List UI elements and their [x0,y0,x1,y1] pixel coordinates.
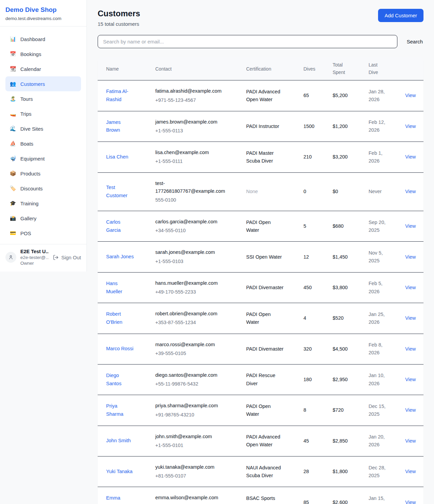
customer-name-link[interactable]: Emma Wilson [106,494,134,504]
search-input[interactable] [98,35,397,48]
shop-domain: demo.test.divestreams.com [5,16,81,21]
certification: SSI Open Water [246,253,282,261]
table-row: Sarah Jones sarah.jones@example.com +1-5… [98,242,423,272]
view-link[interactable]: View [405,189,416,194]
customer-phone: +971-55-123-4567 [155,96,242,104]
customer-email: yuki.tanaka@example.com [155,463,227,471]
sidebar-item-products[interactable]: 📦 Products [5,166,81,181]
sidebar-item-gallery[interactable]: 📸 Gallery [5,211,81,226]
table-row: John Smith john.smith@example.com +1-555… [98,426,423,456]
main-content: Customers 15 total customers Add Custome… [87,0,434,504]
customer-phone: +1-555-0113 [155,127,242,135]
customer-email: priya.sharma@example.com [155,402,227,410]
table-row: Lisa Chen lisa.chen@example.com +1-555-0… [98,142,423,172]
view-link[interactable]: View [405,285,416,290]
view-link[interactable]: View [405,377,416,382]
customer-phone: +1-555-0101 [155,442,242,449]
user-meta: E2E Test U... e2e-tester@... Owner [20,249,49,266]
total-spent: $5,200 [333,93,348,98]
sidebar-item-label: Gallery [20,216,37,221]
sidebar-item-equipment[interactable]: 🤿 Equipment [5,151,81,166]
customer-name-link[interactable]: Test Customer [106,184,134,200]
col-header-last-dive: Last Dive [369,57,405,80]
total-spent: $1,800 [333,469,348,474]
view-link[interactable]: View [405,223,416,229]
nav-icon: 📅 [9,51,16,57]
customer-name-link[interactable]: James Brown [106,118,134,135]
dives-count: 5 [303,223,306,229]
sidebar-item-pos[interactable]: 💳 POS [5,226,81,241]
view-link[interactable]: View [405,93,416,98]
total-spent: $3,200 [333,154,348,160]
view-link[interactable]: View [405,254,416,260]
sidebar-item-label: Training [20,201,39,206]
customer-email: hans.mueller@example.com [155,279,227,287]
sidebar-item-dashboard[interactable]: 📊 Dashboard [5,32,81,46]
user-role: Owner [20,261,49,266]
nav-icon: 💳 [9,230,16,236]
brand: Demo Dive Shop demo.test.divestreams.com [0,0,86,26]
total-spent: $0 [333,189,338,194]
page-title: Customers [98,9,140,18]
customers-table-card: Name Contact Certification Dives Total S… [98,57,423,504]
customer-email: sarah.jones@example.com [155,248,227,256]
customer-name-link[interactable]: Diego Santos [106,372,134,388]
sidebar-item-dive-sites[interactable]: 🌊 Dive Sites [5,121,81,136]
col-header-dives: Dives [303,57,333,80]
certification: PADI Divemaster [246,345,283,353]
sidebar-item-label: Products [20,171,40,176]
customer-name-link[interactable]: Sarah Jones [106,253,134,261]
search-bar: Search [98,35,423,48]
customer-name-link[interactable]: John Smith [106,437,131,445]
view-link[interactable]: View [405,407,416,413]
last-dive: Jan 20, 2026 [369,433,388,449]
customer-phone: +1-555-0103 [155,258,242,265]
total-spent: $520 [333,315,343,321]
customer-name-link[interactable]: Hans Mueller [106,280,134,296]
customer-email: marco.rossi@example.com [155,341,227,349]
sidebar-item-trips[interactable]: 🚤 Trips [5,106,81,121]
customer-name-link[interactable]: Priya Sharma [106,402,134,418]
view-link[interactable]: View [405,500,416,504]
nav-icon: 🎓 [9,200,16,206]
add-customer-button[interactable]: Add Customer [378,9,423,22]
sidebar-item-discounts[interactable]: 🏷️ Discounts [5,181,81,196]
dives-count: 28 [303,469,309,474]
sidebar-item-label: Dive Sites [20,126,43,132]
customer-name-link[interactable]: Robert O'Brien [106,310,134,326]
customer-name-link[interactable]: Yuki Tanaka [106,468,133,476]
dives-count: 8 [303,407,306,413]
sidebar-item-bookings[interactable]: 📅 Bookings [5,46,81,61]
sidebar-item-calendar[interactable]: 📆 Calendar [5,61,81,76]
view-link[interactable]: View [405,315,416,321]
customer-name-link[interactable]: Marco Rossi [106,345,134,353]
search-button[interactable]: Search [406,37,423,46]
sidebar-item-customers[interactable]: 👥 Customers [5,76,81,91]
certification: PADI Open Water [246,403,284,418]
sidebar-item-training[interactable]: 🎓 Training [5,196,81,211]
sidebar-item-label: Boats [20,141,33,147]
customer-name-link[interactable]: Carlos Garcia [106,218,134,235]
sidebar-item-tours[interactable]: 🏝️ Tours [5,91,81,106]
customer-email: test-1772681807767@example.com [155,180,227,195]
nav-icon: 🌊 [9,126,16,132]
dives-count: 320 [303,346,312,352]
table-row: Fatima Al-Rashid fatima.alrashid@example… [98,80,423,111]
table-row: Hans Mueller hans.mueller@example.com +4… [98,272,423,303]
customer-name-link[interactable]: Fatima Al-Rashid [106,88,134,104]
view-link[interactable]: View [405,124,416,129]
sidebar-item-label: Calendar [20,66,41,72]
view-link[interactable]: View [405,469,416,474]
dives-count: 4 [303,315,306,321]
view-link[interactable]: View [405,438,416,444]
view-link[interactable]: View [405,346,416,352]
sign-out-button[interactable]: Sign Out [53,255,81,260]
sidebar-item-boats[interactable]: ⛵ Boats [5,136,81,151]
customer-name-link[interactable]: Lisa Chen [106,153,128,161]
avatar [5,252,16,263]
customer-phone: +49-170-555-2233 [155,288,242,296]
total-spent: $2,850 [333,438,348,444]
certification: None [246,188,258,195]
view-link[interactable]: View [405,154,416,160]
last-dive: Feb 12, 2026 [369,118,388,134]
